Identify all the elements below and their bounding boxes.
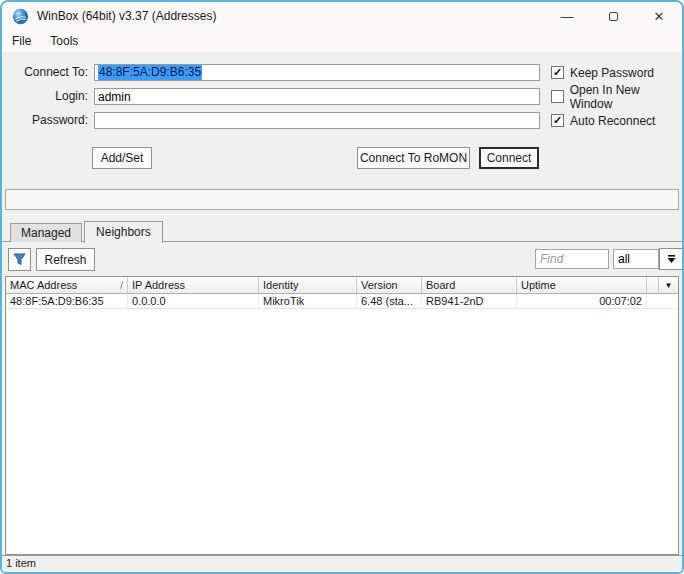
neighbors-pane: Refresh MAC Address / IP Address Identit…: [2, 241, 682, 555]
tab-neighbors[interactable]: Neighbors: [84, 221, 163, 243]
winbox-logo-icon: [12, 8, 29, 25]
connect-to-selected-text: 48:8F:5A:D9:B6:35: [98, 65, 202, 80]
login-label: Login:: [2, 88, 88, 105]
sort-ascending-icon: /: [120, 280, 123, 291]
tab-strip: Managed Neighbors: [10, 219, 165, 242]
refresh-button[interactable]: Refresh: [36, 248, 95, 271]
login-input[interactable]: [94, 88, 540, 105]
connect-to-romon-button[interactable]: Connect To RoMON: [357, 147, 470, 169]
column-header-mac-address[interactable]: MAC Address /: [6, 277, 128, 293]
dropdown-arrow-icon: [667, 254, 676, 264]
progress-strip: [5, 189, 679, 210]
cell-filler: [647, 294, 678, 308]
filter-scope-combobox[interactable]: [613, 249, 659, 269]
title-bar: WinBox (64bit) v3.37 (Addresses) — ✕: [2, 2, 682, 30]
checkbox-checked-icon: ✓: [551, 66, 564, 79]
window-title: WinBox (64bit) v3.37 (Addresses): [37, 9, 216, 23]
column-header-version[interactable]: Version: [357, 277, 422, 293]
auto-reconnect-checkbox[interactable]: ✓ Auto Reconnect: [551, 112, 655, 129]
neighbors-table: MAC Address / IP Address Identity Versio…: [5, 276, 679, 555]
maximize-button[interactable]: [590, 2, 636, 30]
connect-button[interactable]: Connect: [479, 147, 539, 169]
password-label: Password:: [2, 112, 88, 129]
table-row[interactable]: 48:8F:5A:D9:B6:35 0.0.0.0 MikroTik 6.48 …: [6, 294, 678, 309]
minimize-button[interactable]: —: [544, 2, 590, 30]
column-header-board[interactable]: Board: [422, 277, 517, 293]
menu-tools[interactable]: Tools: [48, 32, 87, 50]
window-controls: — ✕: [544, 2, 682, 30]
filter-funnel-icon: [13, 253, 26, 266]
cell-uptime: 00:07:02: [517, 294, 647, 308]
tab-managed[interactable]: Managed: [10, 223, 82, 242]
table-header-row: MAC Address / IP Address Identity Versio…: [6, 277, 678, 294]
cell-version: 6.48 (sta...: [357, 294, 422, 308]
cell-identity: MikroTik: [259, 294, 357, 308]
find-input[interactable]: [535, 249, 609, 269]
winbox-window: WinBox (64bit) v3.37 (Addresses) — ✕ Fil…: [0, 0, 684, 574]
cell-ip-address: 0.0.0.0: [128, 294, 259, 308]
column-menu-arrow-icon: ▼: [665, 281, 673, 290]
maximize-icon: [609, 12, 618, 21]
connect-to-input[interactable]: 48:8F:5A:D9:B6:35: [94, 64, 540, 81]
column-header-identity[interactable]: Identity: [259, 277, 357, 293]
column-header-ip-address[interactable]: IP Address: [128, 277, 259, 293]
column-header-uptime[interactable]: Uptime: [517, 277, 647, 293]
menu-bar: File Tools: [2, 30, 682, 52]
filter-scope-dropdown-button[interactable]: [659, 248, 683, 270]
password-input[interactable]: [94, 112, 540, 129]
keep-password-checkbox[interactable]: ✓ Keep Password: [551, 64, 654, 81]
menu-file[interactable]: File: [10, 32, 40, 50]
status-bar: 1 item: [2, 555, 682, 572]
cell-mac-address: 48:8F:5A:D9:B6:35: [6, 294, 128, 308]
checkbox-checked-icon: ✓: [551, 114, 564, 127]
add-set-button[interactable]: Add/Set: [92, 147, 152, 169]
close-button[interactable]: ✕: [636, 2, 682, 30]
filter-button[interactable]: [8, 248, 31, 271]
column-menu-button[interactable]: ▼: [659, 277, 678, 293]
cell-board: RB941-2nD: [422, 294, 517, 308]
connect-to-label: Connect To:: [2, 64, 88, 81]
checkbox-unchecked-icon: [551, 90, 564, 103]
open-in-new-window-checkbox[interactable]: Open In New Window: [551, 88, 682, 105]
column-header-filler: [647, 277, 659, 293]
